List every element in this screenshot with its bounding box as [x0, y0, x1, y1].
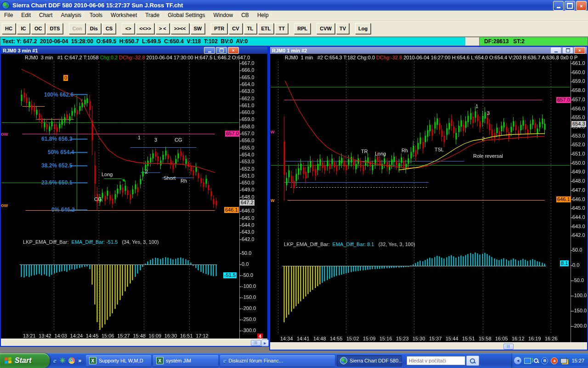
chart-area-1[interactable]: RJM0 3 min #1 C:647.2 T:1058 Chg:0.2 DCh…: [1, 54, 267, 339]
menu-file[interactable]: File: [0, 11, 17, 20]
excel-icon: X: [156, 357, 164, 364]
toolbar-button-etl[interactable]: ETL: [258, 23, 274, 34]
toolbar-group: Log: [355, 23, 372, 34]
child-close-button[interactable]: ×: [228, 47, 239, 54]
toolbar-button-rpl[interactable]: RPL: [294, 23, 311, 34]
toolbar-button-log[interactable]: Log: [355, 23, 371, 34]
toolbar-button-cv[interactable]: CV: [229, 23, 242, 34]
excel-icon: X: [89, 357, 96, 364]
taskbar-task-supporty-hl-w-m-d[interactable]: XSupporty HL W,M,D: [86, 355, 151, 367]
scroll-thumb[interactable]: [251, 340, 261, 346]
toolbar-group: PTRCVTLETLTT: [211, 23, 289, 34]
bluetooth-icon[interactable]: B: [541, 357, 548, 364]
quick-launch-overflow-icon[interactable]: »: [78, 357, 81, 364]
chart-canvas-left[interactable]: [1, 54, 267, 339]
chart-layer-right: RJM0 1 min #2 C:654.3 T:182 Chg:0.0 DChg…: [270, 54, 587, 342]
toolbar-button-[interactable]: <>: [122, 23, 135, 34]
child-close-button[interactable]: ×: [574, 47, 585, 54]
taskbar-search: [407, 356, 479, 366]
tray-magnifier-icon[interactable]: [534, 358, 538, 363]
taskbar-task-syst-m-jim[interactable]: Xsystém JiM: [153, 355, 218, 367]
menu-window[interactable]: Window: [209, 11, 237, 20]
toolbar-button-ptr[interactable]: PTR: [211, 23, 227, 34]
chart-window-1-titlebar[interactable]: RJM0 3 min #1 ×: [1, 47, 267, 54]
toolbar-button-ic[interactable]: IC: [17, 23, 30, 34]
maximize-button[interactable]: [565, 1, 575, 11]
taskbar: Start e ✳ » XSupporty HL W,M,DXsystém Ji…: [0, 353, 588, 368]
child-maximize-button[interactable]: [562, 47, 573, 54]
taskbar-clock: 15:27: [571, 358, 584, 363]
toolbar-button-hc[interactable]: HC: [2, 23, 16, 34]
menu-tools[interactable]: Tools: [85, 11, 107, 20]
green-app-icon[interactable]: ✳: [60, 356, 66, 365]
display-settings-icon[interactable]: [560, 358, 567, 363]
toolbar-button-oc[interactable]: OC: [31, 23, 45, 34]
antivirus-icon[interactable]: a: [551, 357, 558, 364]
task-label: Sierra Chart DDF 580...: [350, 358, 402, 363]
menu-chart[interactable]: Chart: [35, 11, 57, 20]
toolbar-button-dis[interactable]: Dis: [87, 23, 101, 34]
chart-canvas-right[interactable]: [270, 54, 587, 342]
task-label: systém JiM: [166, 358, 191, 363]
infobar-spacer: [465, 37, 479, 46]
toolbar-group: <><<>>> <>><<SW: [122, 23, 206, 34]
task-label: Supporty HL W,M,D: [99, 358, 143, 363]
child-minimize-button[interactable]: [550, 47, 561, 54]
toolbar-button-tt[interactable]: TT: [275, 23, 288, 34]
scroll-thumb[interactable]: [503, 344, 514, 350]
toolbar-button-dts[interactable]: DTS: [46, 23, 63, 34]
taskbar-task-sierra-chart-ddf-580---[interactable]: Sierra Chart DDF 580...: [337, 355, 402, 367]
mdi-area: RJM0 3 min #1 × RJM0 3 min #1 C:647.2 T:…: [0, 46, 588, 354]
task-label: Diskuzní fórum Financ...: [229, 358, 283, 363]
toolbar-button-con[interactable]: Con: [69, 23, 85, 34]
chart-window-2-titlebar[interactable]: RJM0 1 min #2 ×: [270, 47, 587, 54]
app-title: Sierra Chart DDF 580 2010-06-06 15:27:37…: [12, 2, 183, 9]
datafeed-status: DF:28613 ST:2: [479, 37, 588, 46]
child-minimize-button[interactable]: [204, 47, 215, 54]
network-icon[interactable]: [524, 358, 531, 364]
desktop: Sierra Chart DDF 580 2010-06-06 15:27:37…: [0, 0, 588, 368]
ie-icon: e: [223, 357, 226, 365]
menu-worksheet[interactable]: Worksheet: [107, 11, 141, 20]
ie-icon[interactable]: e: [53, 357, 57, 365]
toolbar-button-cvw[interactable]: CVW: [317, 23, 335, 34]
minimize-button[interactable]: [553, 1, 564, 11]
menu-trade[interactable]: Trade: [141, 11, 164, 20]
h-scrollbar-2[interactable]: [270, 342, 587, 350]
start-button[interactable]: Start: [0, 353, 50, 368]
toolbar-button-[interactable]: > <: [156, 23, 170, 34]
search-button[interactable]: [466, 356, 479, 366]
chart-window-1-title: RJM0 3 min #1: [3, 48, 38, 53]
toolbar-group: HCICOCDTS: [2, 23, 64, 34]
scroll-right-button[interactable]: ►: [261, 339, 269, 346]
child-maximize-button[interactable]: [216, 47, 227, 54]
toolbar-button-tl[interactable]: TL: [244, 23, 257, 34]
taskbar-task-diskuzn--f-rum-financ---[interactable]: eDiskuzní fórum Financ...: [220, 355, 335, 367]
chart-window-2: RJM0 1 min #2 × RJM0 1 min #2 C:654.3 T:…: [269, 46, 588, 351]
close-button[interactable]: ×: [576, 1, 587, 11]
toolbar: HCICOCDTSConDisCS<><<>>> <>><<SWPTRCVTLE…: [0, 21, 588, 37]
globe-icon: [340, 357, 347, 364]
toolbar-button-tv[interactable]: TV: [336, 23, 349, 34]
menu-global-settings[interactable]: Global Settings: [164, 11, 209, 20]
magnifier-icon: [470, 358, 475, 363]
menu-cb[interactable]: CB: [237, 11, 253, 20]
menu-edit[interactable]: Edit: [17, 11, 35, 20]
chart-window-2-title: RJM0 1 min #2: [272, 48, 307, 53]
toolbar-group: CVWTV: [317, 23, 351, 34]
toolbar-button-sw[interactable]: SW: [191, 23, 205, 34]
menu-analysis[interactable]: Analysis: [57, 11, 85, 20]
chart-area-2[interactable]: RJM0 1 min #2 C:654.3 T:182 Chg:0.0 DChg…: [270, 54, 587, 342]
app-titlebar[interactable]: Sierra Chart DDF 580 2010-06-06 15:27:37…: [0, 0, 588, 11]
menu-help[interactable]: Help: [253, 11, 273, 20]
tray-collapse-chevron-icon[interactable]: ◄: [514, 357, 521, 364]
chart-window-1: RJM0 3 min #1 × RJM0 3 min #1 C:647.2 T:…: [0, 46, 270, 347]
infobar: Text: Y: 647.2 2010-06-04 15:28:00 O:649…: [0, 37, 588, 46]
h-scrollbar-1[interactable]: ►: [1, 339, 267, 346]
toolbar-button-[interactable]: <<>>: [136, 23, 154, 34]
search-input[interactable]: [407, 356, 465, 365]
toolbar-button-[interactable]: >><<: [171, 23, 189, 34]
chart-layer-left: RJM0 3 min #1 C:647.2 T:1058 Chg:0.2 DCh…: [1, 54, 267, 339]
toolbar-button-cs[interactable]: CS: [102, 23, 116, 34]
chrome-icon[interactable]: [68, 357, 75, 364]
